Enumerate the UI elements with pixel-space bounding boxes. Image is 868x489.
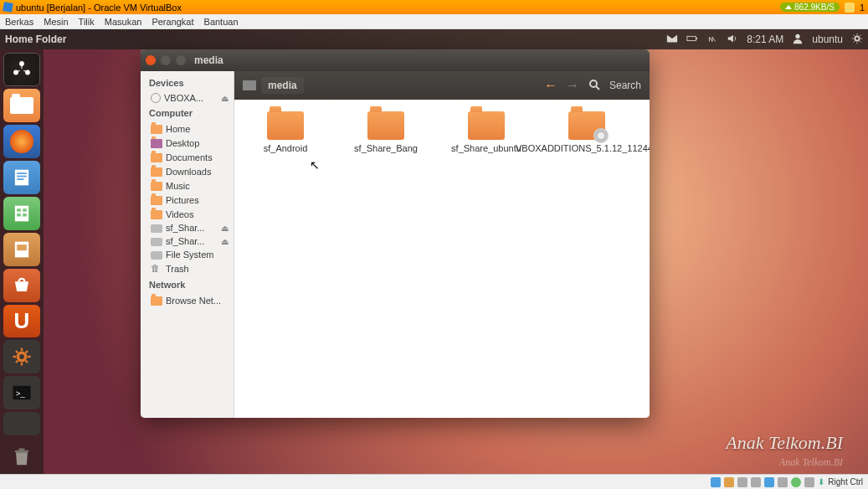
settings-icon[interactable]	[3, 340, 40, 373]
nautilus-titlebar[interactable]: media	[141, 49, 650, 71]
clock[interactable]: 8:21 AM	[747, 33, 783, 45]
sidebar-trash[interactable]: 🗑Trash	[141, 261, 234, 276]
vbox-cube-icon	[3, 2, 13, 13]
sound-icon[interactable]	[727, 33, 738, 47]
impress-icon[interactable]	[3, 233, 40, 266]
vbox-menu-masukan[interactable]: Masukan	[105, 17, 142, 27]
vbox-hostkey: Right Ctrl	[828, 477, 863, 486]
folder-sf-android[interactable]: sf_Android	[239, 108, 331, 153]
svg-rect-22	[19, 448, 25, 450]
search-label[interactable]: Search	[609, 80, 641, 91]
ubuntu-desktop: Home Folder 8:21 AM ubuntu U >_	[0, 29, 868, 474]
battery-icon[interactable]	[686, 33, 698, 47]
window-title: media	[194, 54, 223, 66]
sidebar-music[interactable]: Music	[141, 178, 234, 193]
svg-rect-13	[23, 208, 27, 212]
vbox-mouse-icon[interactable]	[804, 477, 814, 487]
sidebar-sf-share-2[interactable]: sf_Shar...⏏	[141, 234, 234, 248]
drive-icon	[243, 80, 256, 90]
vbox-menu-bantuan[interactable]: Bantuan	[204, 17, 239, 27]
svg-rect-21	[15, 450, 28, 452]
ubuntu-one-icon[interactable]: U	[3, 305, 40, 338]
svg-rect-7	[15, 170, 28, 186]
vbox-menu: Berkas Mesin Tilik Masukan Perangkat Ban…	[0, 14, 868, 29]
trash-icon[interactable]	[3, 440, 40, 474]
close-button[interactable]	[146, 55, 156, 65]
network-icon[interactable]	[706, 33, 718, 47]
svg-rect-14	[17, 214, 21, 217]
writer-icon[interactable]	[3, 161, 40, 194]
svg-point-4	[19, 61, 24, 66]
svg-text:>_: >_	[16, 389, 25, 398]
watermark-small: Anak Telkom.BI	[779, 456, 843, 469]
net-speed-badge: 862.9KB/S	[780, 3, 840, 12]
nautilus-window: media Devices VBOXA...⏏ Computer Home De…	[141, 49, 650, 418]
nautilus-toolbar: media ← → Search	[234, 71, 650, 100]
breadcrumb-media[interactable]: media	[261, 77, 304, 94]
vbox-hd-icon[interactable]	[711, 477, 721, 487]
mail-icon[interactable]	[666, 33, 678, 47]
software-center-icon[interactable]	[3, 269, 40, 302]
vbox-net-icon[interactable]	[737, 477, 747, 487]
sidebar-sf-share-1[interactable]: sf_Shar...⏏	[141, 221, 234, 234]
eject-icon[interactable]: ⏏	[221, 94, 229, 103]
user-label[interactable]: ubuntu	[812, 33, 843, 45]
svg-rect-17	[17, 244, 27, 250]
terminal-icon[interactable]: >_	[3, 376, 40, 409]
svg-point-6	[25, 70, 30, 75]
back-button[interactable]: ←	[544, 78, 557, 93]
files-area[interactable]: sf_Android sf_Share_Bang sf_Share_ubuntu…	[234, 100, 650, 418]
folder-sf-share-bang[interactable]: sf_Share_Bang	[340, 108, 432, 153]
vbox-cd-icon[interactable]	[724, 477, 734, 487]
svg-rect-15	[23, 214, 27, 217]
sidebar-documents[interactable]: Documents	[141, 150, 234, 164]
gear-icon[interactable]	[851, 33, 863, 47]
sidebar-home[interactable]: Home	[141, 121, 234, 136]
vbox-statusbar: ⬇ Right Ctrl	[0, 474, 868, 489]
sidebar-pictures[interactable]: Pictures	[141, 193, 234, 207]
maximize-button[interactable]	[176, 55, 186, 65]
sidebar-videos[interactable]: Videos	[141, 207, 234, 221]
panel-title: Home Folder	[5, 33, 66, 45]
vbox-window-title: ubuntu [Berjalan] - Oracle VM VirtualBox	[16, 3, 182, 13]
sidebar-network-head: Network	[141, 276, 234, 293]
vbox-menu-mesin[interactable]: Mesin	[44, 17, 68, 27]
svg-rect-12	[17, 208, 21, 212]
folder-vboxadditions[interactable]: VBOXADDITIONS_5.1.12_112440	[541, 108, 633, 153]
vbox-display-icon[interactable]	[778, 477, 788, 487]
vbox-hostkey-icon: ⬇	[818, 477, 824, 486]
sidebar-downloads[interactable]: Downloads	[141, 164, 234, 178]
firefox-icon[interactable]	[3, 125, 40, 158]
svg-point-3	[855, 36, 859, 40]
svg-rect-10	[17, 178, 23, 180]
eject-icon[interactable]: ⏏	[221, 224, 229, 233]
vbox-guest-icon[interactable]	[791, 477, 801, 487]
eject-icon[interactable]: ⏏	[221, 237, 229, 246]
svg-point-5	[13, 70, 18, 75]
calc-icon[interactable]	[3, 197, 40, 230]
watermark: Anak Telkom.BI	[726, 432, 843, 454]
vbox-menu-berkas[interactable]: Berkas	[5, 17, 33, 27]
vbox-shared-icon[interactable]	[764, 477, 774, 487]
vbox-usb-icon[interactable]	[751, 477, 761, 487]
vbox-menu-perangkat[interactable]: Perangkat	[152, 17, 193, 27]
vbox-menu-tilik[interactable]: Tilik	[79, 17, 95, 27]
svg-rect-0	[687, 36, 696, 40]
sidebar-devices-head: Devices	[141, 75, 234, 91]
sidebar-computer-head: Computer	[141, 105, 234, 121]
workspace-switcher-icon[interactable]	[3, 412, 40, 435]
sidebar-desktop[interactable]: Desktop	[141, 136, 234, 150]
search-icon[interactable]	[588, 78, 601, 94]
sidebar-vboxadditions[interactable]: VBOXA...⏏	[141, 91, 234, 105]
sidebar-filesystem[interactable]: File System	[141, 248, 234, 261]
svg-rect-9	[17, 176, 27, 178]
forward-button[interactable]: →	[566, 78, 579, 93]
unity-panel: Home Folder 8:21 AM ubuntu	[0, 29, 868, 49]
svg-rect-1	[696, 38, 698, 39]
files-icon[interactable]	[3, 89, 40, 122]
minimize-button[interactable]	[161, 55, 171, 65]
unity-launcher: U >_	[0, 49, 44, 474]
svg-rect-8	[17, 172, 27, 174]
dash-icon[interactable]	[3, 53, 40, 86]
sidebar-browse-network[interactable]: Browse Net...	[141, 293, 234, 307]
